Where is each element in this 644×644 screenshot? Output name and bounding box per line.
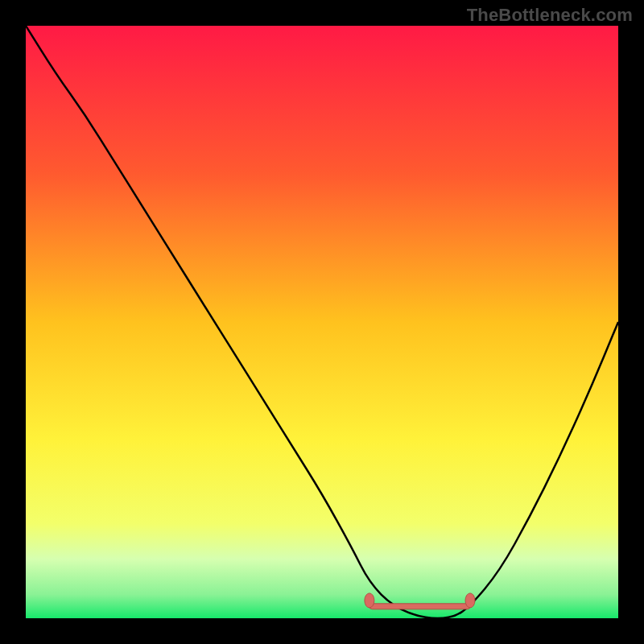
curve-marker xyxy=(465,593,475,608)
chart-frame: TheBottleneck.com xyxy=(0,0,644,644)
optimal-zone-bar xyxy=(369,604,470,609)
plot-area xyxy=(26,26,618,618)
watermark-text: TheBottleneck.com xyxy=(467,5,633,26)
curve-marker xyxy=(365,593,374,608)
bottleneck-chart xyxy=(26,26,618,618)
gradient-background xyxy=(26,26,618,618)
